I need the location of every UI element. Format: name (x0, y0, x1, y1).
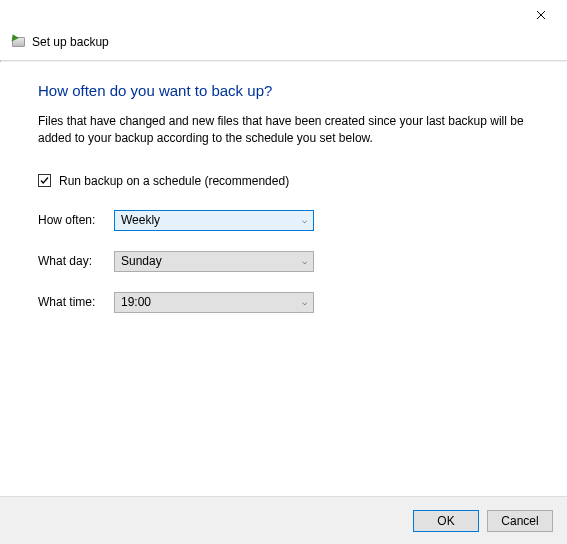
what-time-label: What time: (38, 295, 114, 309)
how-often-value: Weekly (121, 213, 160, 227)
window-title: Set up backup (32, 35, 109, 49)
how-often-select[interactable]: Weekly ⌵ (114, 210, 314, 231)
chevron-down-icon: ⌵ (302, 297, 307, 307)
how-often-label: How often: (38, 213, 114, 227)
titlebar (0, 0, 567, 30)
what-time-row: What time: 19:00 ⌵ (38, 292, 529, 313)
content-area: How often do you want to back up? Files … (0, 62, 567, 343)
what-day-select[interactable]: Sunday ⌵ (114, 251, 314, 272)
run-on-schedule-checkbox[interactable] (38, 174, 51, 187)
what-day-row: What day: Sunday ⌵ (38, 251, 529, 272)
page-description: Files that have changed and new files th… (38, 113, 529, 148)
check-icon (39, 175, 50, 186)
what-time-value: 19:00 (121, 295, 151, 309)
backup-icon (10, 34, 26, 50)
close-button[interactable] (521, 3, 561, 27)
cancel-button[interactable]: Cancel (487, 510, 553, 532)
schedule-checkbox-row: Run backup on a schedule (recommended) (38, 174, 529, 188)
chevron-down-icon: ⌵ (302, 256, 307, 266)
ok-button[interactable]: OK (413, 510, 479, 532)
close-icon (536, 10, 546, 20)
window-header: Set up backup (0, 30, 567, 60)
dialog-footer: OK Cancel (0, 496, 567, 544)
run-on-schedule-label: Run backup on a schedule (recommended) (59, 174, 289, 188)
page-heading: How often do you want to back up? (38, 82, 529, 99)
what-day-value: Sunday (121, 254, 162, 268)
chevron-down-icon: ⌵ (302, 215, 307, 225)
how-often-row: How often: Weekly ⌵ (38, 210, 529, 231)
what-day-label: What day: (38, 254, 114, 268)
what-time-select[interactable]: 19:00 ⌵ (114, 292, 314, 313)
